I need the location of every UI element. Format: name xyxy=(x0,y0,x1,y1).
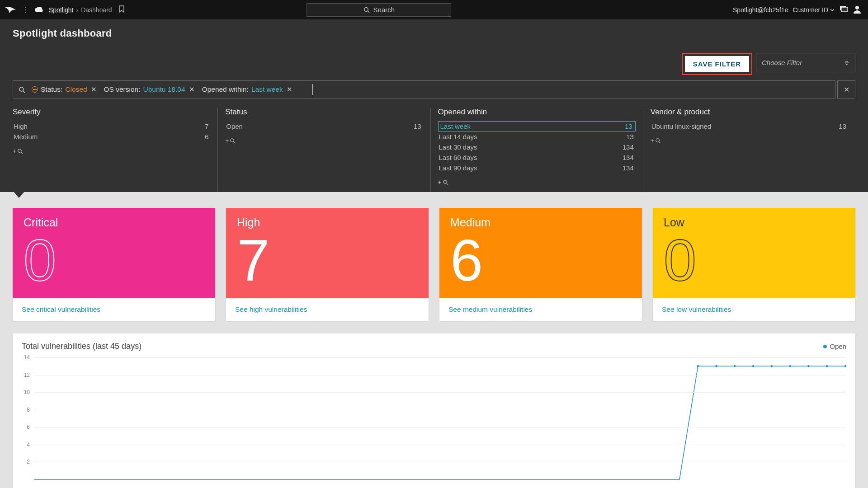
svg-point-19 xyxy=(771,365,773,367)
svg-point-23 xyxy=(844,365,847,367)
card-medium: Medium 6 See medium vulnerabilities xyxy=(439,208,642,321)
svg-point-9 xyxy=(231,138,234,141)
y-tick-label: 8 xyxy=(27,407,34,413)
facet-add[interactable]: + xyxy=(13,147,210,155)
card-high: High 7 See high vulnerabilities xyxy=(226,208,429,321)
query-key: Opened within: xyxy=(202,85,249,94)
legend-label: Open xyxy=(830,343,846,350)
breadcrumb: Spotlight › Dashboard xyxy=(49,6,112,14)
severity-cards: Critical 0 See critical vulnerabilities … xyxy=(0,198,868,321)
query-value: Closed xyxy=(65,85,87,94)
svg-rect-3 xyxy=(841,7,848,12)
svg-point-17 xyxy=(734,365,736,367)
search-icon xyxy=(443,179,448,185)
facet-count: 134 xyxy=(623,143,634,151)
save-filter-button[interactable]: SAVE FILTER xyxy=(685,56,749,72)
chart-header: Total vulnerabilities (last 45 days) Ope… xyxy=(22,342,846,351)
search-icon xyxy=(363,7,370,13)
facets: Severity High 7 Medium 6 + Status Open 1… xyxy=(13,108,855,192)
breadcrumb-current: Dashboard xyxy=(81,6,112,14)
dark-pointer xyxy=(14,192,24,198)
dashboard-header-area: Spotlight dashboard SAVE FILTER Choose F… xyxy=(0,19,868,192)
chip-remove-icon[interactable]: ✕ xyxy=(188,85,196,94)
breadcrumb-root[interactable]: Spotlight xyxy=(49,6,73,14)
svg-point-7 xyxy=(18,149,21,152)
facet-item[interactable]: Last week 13 xyxy=(438,121,636,131)
facet-add[interactable]: + xyxy=(438,178,636,186)
card-low: Low 0 See low vulnerabilities xyxy=(653,208,855,321)
customer-id-dropdown[interactable]: Customer ID xyxy=(793,6,835,14)
chat-icon[interactable] xyxy=(839,5,848,15)
card-header: Critical 0 xyxy=(13,208,215,298)
card-link-low[interactable]: See low vulnerabilities xyxy=(653,298,855,321)
svg-point-4 xyxy=(855,6,859,9)
query-value: Ubuntu 18.04 xyxy=(143,85,185,94)
facet-label: Open xyxy=(226,122,243,130)
global-search[interactable]: Search xyxy=(307,3,451,17)
query-bar[interactable]: Status: Closed ✕ OS version: Ubuntu 18.0… xyxy=(13,80,835,99)
card-critical: Critical 0 See critical vulnerabilities xyxy=(13,208,215,321)
svg-point-18 xyxy=(752,365,755,367)
card-link-medium[interactable]: See medium vulnerabilities xyxy=(439,298,642,321)
facet-label: Medium xyxy=(14,133,38,141)
facet-count: 13 xyxy=(625,122,632,130)
chart-panel: Total vulnerabilities (last 45 days) Ope… xyxy=(13,333,855,488)
query-chip-status[interactable]: Status: Closed ✕ xyxy=(32,85,98,94)
facet-opened-within: Opened within Last week 13 Last 14 days … xyxy=(431,108,643,192)
top-right: Spotlight@fcb25f1e Customer ID xyxy=(733,5,862,15)
y-tick-label: 14 xyxy=(24,354,34,361)
y-tick-label: 10 xyxy=(24,389,34,395)
y-tick-label: 4 xyxy=(27,441,34,448)
search-icon xyxy=(655,138,661,144)
svg-point-13 xyxy=(656,138,659,141)
query-chip-opened-within[interactable]: Opened within: Last week ✕ xyxy=(202,85,293,94)
facet-add[interactable]: + xyxy=(651,137,848,144)
chart-title: Total vulnerabilities (last 45 days) xyxy=(22,342,142,351)
query-bar-row: Status: Closed ✕ OS version: Ubuntu 18.0… xyxy=(13,80,855,99)
facet-label: Last 60 days xyxy=(439,154,477,161)
facet-add[interactable]: + xyxy=(225,137,423,144)
facet-item[interactable]: Last 90 days 134 xyxy=(438,163,636,173)
svg-line-14 xyxy=(659,141,660,143)
facet-item[interactable]: Last 30 days 134 xyxy=(438,142,636,152)
card-value: 6 xyxy=(450,231,631,290)
svg-line-10 xyxy=(234,141,236,143)
search-icon xyxy=(19,86,25,93)
choose-filter-select[interactable]: Choose Filter xyxy=(756,53,855,72)
facet-count: 6 xyxy=(205,133,208,141)
bookmark-icon[interactable] xyxy=(118,5,125,14)
facet-item[interactable]: Ubuntu linux-signed 13 xyxy=(651,121,848,131)
search-icon xyxy=(17,148,23,154)
top-bar: ⋮ Spotlight › Dashboard Search Spotlight… xyxy=(0,0,868,19)
facet-count: 7 xyxy=(205,122,208,130)
card-link-high[interactable]: See high vulnerabilities xyxy=(226,298,429,321)
facet-item[interactable]: Last 14 days 13 xyxy=(438,131,636,142)
chart-area: 2468101214 xyxy=(34,357,845,479)
facet-item[interactable]: Last 60 days 134 xyxy=(438,152,636,163)
chip-remove-icon[interactable]: ✕ xyxy=(90,85,98,94)
save-filter-highlight: SAVE FILTER xyxy=(682,53,752,75)
svg-point-21 xyxy=(807,365,810,367)
app-menu-icon[interactable]: ⋮ xyxy=(20,5,31,14)
facet-item[interactable]: Open 13 xyxy=(225,121,423,131)
choose-filter-placeholder: Choose Filter xyxy=(762,59,802,66)
breadcrumb-sep: › xyxy=(76,6,78,14)
clear-query-button[interactable]: ✕ xyxy=(837,80,855,99)
facet-item[interactable]: Medium 6 xyxy=(13,131,210,142)
query-chip-os-version[interactable]: OS version: Ubuntu 18.04 ✕ xyxy=(104,85,196,94)
facet-count: 134 xyxy=(623,164,634,172)
facet-title: Severity xyxy=(13,108,210,117)
facet-label: Ubuntu linux-signed xyxy=(651,122,712,130)
falcon-logo-icon[interactable] xyxy=(5,6,16,14)
facet-label: Last 14 days xyxy=(439,133,477,141)
chip-remove-icon[interactable]: ✕ xyxy=(286,85,293,94)
search-icon xyxy=(230,138,236,144)
card-link-critical[interactable]: See critical vulnerabilities xyxy=(13,298,215,321)
user-icon[interactable] xyxy=(853,5,862,15)
cloud-icon[interactable] xyxy=(34,7,43,13)
facet-item[interactable]: High 7 xyxy=(13,121,210,131)
global-search-placeholder: Search xyxy=(373,6,395,14)
filter-actions-row: SAVE FILTER Choose Filter xyxy=(13,53,855,75)
facet-vendor-product: Vendor & product Ubuntu linux-signed 13 … xyxy=(643,108,855,192)
svg-point-15 xyxy=(697,365,699,367)
